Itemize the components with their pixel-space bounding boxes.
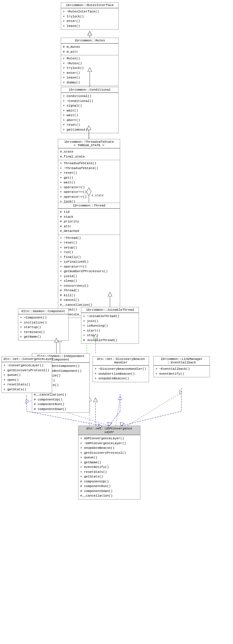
box-component-title: dltn::daemon::Component [18, 309, 68, 314]
svg-marker-24 [88, 31, 92, 35]
diagram-container: #_state ibrcommon::MutexInterface + ~Mut [0, 0, 233, 644]
box-linkmanager-callback: ibrcommon::LinkManager::EventCallback + … [153, 356, 210, 377]
box-mutex-methods: + Mutex() + ~Mutex() + trylock() + enter… [61, 55, 118, 86]
box-component: dltn::daemon::Component + ~Component() +… [18, 308, 69, 341]
box-discoverybeaconhandler-title: dtn::net::DiscoveryBeaconHandler [93, 356, 149, 365]
box-component-methods: + ~Component() + initialize() + startup(… [18, 314, 68, 340]
svg-marker-22 [179, 390, 182, 394]
box-mutex-title: ibrcommon::Mutex [61, 38, 118, 43]
svg-marker-39 [93, 398, 98, 402]
box-joinablethread-methods: + ~JoinableThread() + join() + isRunning… [81, 313, 139, 343]
box-conditional: ibrcommon::Conditional + Conditional() +… [61, 87, 119, 133]
box-linkmanager-callback-title: ibrcommon::LinkManager::EventCallback [154, 356, 210, 365]
box-threadsafestate-methods: + ThreadsafeState() + ~ThreadsafeState()… [58, 160, 120, 205]
box-convergencelayer-title: dtn::net::ConvergenceLayer [2, 356, 52, 362]
svg-marker-1 [88, 31, 92, 35]
box-mutex: ibrcommon::Mutex # m_mutex # m_attr + Mu… [61, 38, 119, 86]
box-convergencelayer-methods: + ~ConvergenceLayer() + getDiscoveryProt… [2, 362, 52, 393]
box-udpconvergencelayer-methods: + UDPConvergenceLayer() + ~UDPConvergenc… [78, 435, 140, 499]
svg-marker-20 [118, 396, 122, 400]
box-mutex-interface-methods: + ~MutexInterface() + trylock() + enter(… [61, 8, 118, 29]
box-thread-methods: + ~Thread() + reset() + setup() + run() … [58, 235, 120, 318]
box-threadsafestate-fields: #_state #_final_state [58, 148, 120, 160]
box-linkmanager-callback-methods: + ~EventCallback() + eventNotify() [154, 365, 210, 377]
box-discoverybeaconhandler: dtn::net::DiscoveryBeaconHandler + ~Disc… [93, 356, 149, 382]
box-mutex-interface: ibrcommon::MutexInterface + ~MutexInterf… [61, 2, 119, 30]
box-threadsafestate-title: ibrcommon::ThreadsafeState< THREAD_STATE… [58, 139, 120, 148]
box-udpconvergencelayer: dtn::net::UDPConvergenceLayer + UDPConve… [78, 426, 140, 500]
box-joinablethread: ibrcommon::JoinableThread + ~JoinableThr… [81, 307, 139, 344]
box-thread-fields: # tid # stack # priority # attr #_detach… [58, 208, 120, 235]
box-thread-title: ibrcommon::Thread [58, 203, 120, 208]
box-thread: ibrcommon::Thread # tid # stack # priori… [58, 203, 120, 318]
box-joinablethread-title: ibrcommon::JoinableThread [81, 307, 139, 313]
box-discoverybeaconhandler-methods: + ~DiscoveryBeaconHandler() + onAdvertis… [93, 365, 149, 382]
box-convergencelayer: dtn::net::ConvergenceLayer + ~Convergenc… [1, 356, 52, 393]
box-udpconvergencelayer-title: dtn::net::UDPConvergenceLayer [78, 426, 140, 435]
svg-line-19 [116, 397, 120, 426]
svg-marker-18 [25, 399, 29, 403]
svg-line-44 [109, 411, 120, 426]
box-mutex-interface-title: ibrcommon::MutexInterface [61, 3, 118, 8]
box-threadsafestate: ibrcommon::ThreadsafeState< THREAD_STATE… [58, 139, 120, 205]
svg-line-47 [122, 411, 181, 426]
box-conditional-title: ibrcommon::Conditional [61, 87, 118, 93]
box-conditional-methods: + Conditional() + ~Conditional() + signa… [61, 93, 118, 133]
box-mutex-fields: # m_mutex # m_attr [61, 43, 118, 55]
svg-line-41 [27, 411, 101, 426]
svg-line-21 [127, 392, 181, 426]
